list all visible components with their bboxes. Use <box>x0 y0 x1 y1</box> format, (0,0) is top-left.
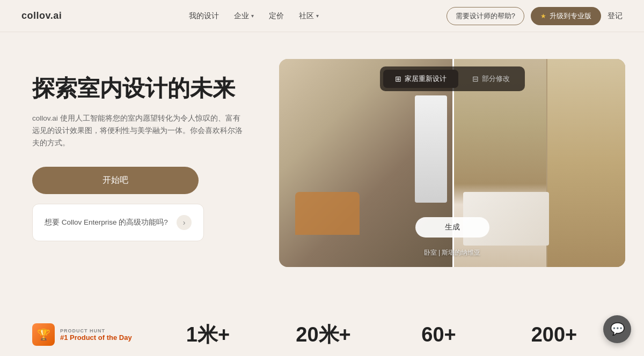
product-hunt-rank: #1 Product of the Day <box>60 333 132 342</box>
enterprise-arrow-icon: › <box>177 215 192 230</box>
room-preview-card: ⊞ 家居重新设计 ⊟ 部分修改 生成 卧室 | 斯堪的纳维亚 <box>279 59 625 267</box>
tab-partial[interactable]: ⊟ 部分修改 <box>460 70 522 88</box>
grid-icon: ⊞ <box>395 75 401 83</box>
nav-my-designs[interactable]: 我的设计 <box>189 11 219 21</box>
stat-200-number: 200+ <box>496 324 612 345</box>
chevron-down-icon: ▾ <box>316 13 319 19</box>
nav-actions: 需要设计师的帮助? ★ 升级到专业版 登记 <box>447 7 623 25</box>
enterprise-text: 想要 Collov Enterprise 的高级功能吗? <box>45 218 168 227</box>
room-label: 卧室 | 斯堪的纳维亚 <box>424 248 481 257</box>
product-hunt-badge: 🏆 PRODUCT HUNT #1 Product of the Day <box>32 323 150 346</box>
product-hunt-icon: 🏆 <box>32 323 55 346</box>
hero-right: ⊞ 家居重新设计 ⊟ 部分修改 生成 卧室 | 斯堪的纳维亚 <box>279 59 625 267</box>
hero-title: 探索室内设计的未来 <box>32 75 258 102</box>
stat-1m-number: 1米+ <box>150 324 266 345</box>
product-hunt-label: PRODUCT HUNT <box>60 328 132 333</box>
chevron-down-icon: ▾ <box>251 13 254 19</box>
login-button[interactable]: 登记 <box>608 11 623 21</box>
stat-60-number: 60+ <box>381 324 496 345</box>
logo: collov.ai <box>21 10 62 21</box>
stat-60: 60+ <box>381 324 496 345</box>
hero-left: 探索室内设计的未来 collov.ai 使用人工智能将您的室内愿望转化为令人惊叹… <box>32 59 258 241</box>
chat-icon: 💬 <box>610 322 625 336</box>
stat-20m: 20米+ <box>266 324 381 345</box>
room-tabs: ⊞ 家居重新设计 ⊟ 部分修改 <box>380 66 525 91</box>
start-button[interactable]: 开始吧 <box>32 167 199 194</box>
main-content: 探索室内设计的未来 collov.ai 使用人工智能将您的室内愿望转化为令人惊叹… <box>0 32 644 283</box>
star-icon: ★ <box>540 12 546 20</box>
enterprise-box[interactable]: 想要 Collov Enterprise 的高级功能吗? › <box>32 204 204 241</box>
stat-1m: 1米+ <box>150 324 266 345</box>
hero-description: collov.ai 使用人工智能将您的室内愿望转化为令人惊叹的、富有远见的设计效… <box>32 113 247 150</box>
partial-icon: ⊟ <box>472 75 479 83</box>
chat-button[interactable]: 💬 <box>603 315 631 343</box>
nav-community[interactable]: 社区 ▾ <box>299 11 319 21</box>
header: collov.ai 我的设计 企业 ▾ 定价 社区 ▾ 需要设计师的帮助? ★ … <box>0 0 644 32</box>
stat-20m-number: 20米+ <box>266 324 381 345</box>
designer-help-button[interactable]: 需要设计师的帮助? <box>447 7 524 25</box>
nav-pricing[interactable]: 定价 <box>269 11 284 21</box>
upgrade-button[interactable]: ★ 升级到专业版 <box>531 7 601 25</box>
generate-button[interactable]: 生成 <box>415 217 489 238</box>
nav-enterprise[interactable]: 企业 ▾ <box>234 11 254 21</box>
product-hunt-text: PRODUCT HUNT #1 Product of the Day <box>60 328 132 342</box>
nav: 我的设计 企业 ▾ 定价 社区 ▾ <box>189 11 319 21</box>
stats-bar: 🏆 PRODUCT HUNT #1 Product of the Day 1米+… <box>0 313 644 356</box>
tab-redesign[interactable]: ⊞ 家居重新设计 <box>383 70 458 88</box>
stat-200: 200+ <box>496 324 612 345</box>
